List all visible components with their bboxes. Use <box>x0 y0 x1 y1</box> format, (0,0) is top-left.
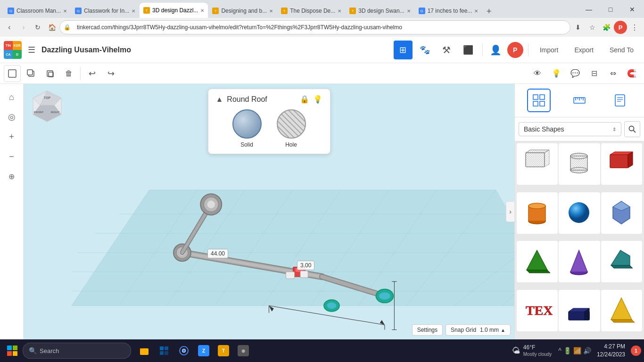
zoom-taskbar-icon[interactable]: Z <box>194 341 213 360</box>
shapes-search-button[interactable] <box>624 121 640 137</box>
send-to-button[interactable]: Send To <box>603 43 640 57</box>
panel-lock-icon[interactable]: 🔒 <box>300 95 309 104</box>
bookmark-button[interactable]: ☆ <box>586 21 599 34</box>
user-avatar[interactable]: P <box>507 42 523 58</box>
import-button[interactable]: Import <box>533 43 565 57</box>
svg-rect-64 <box>540 101 545 106</box>
tab-close-1[interactable]: ✕ <box>63 8 67 14</box>
browser-tab-4[interactable]: T Designing and b... ✕ <box>208 4 277 18</box>
volume-icon[interactable]: 🔊 <box>583 347 591 354</box>
tab-close-3[interactable]: ✕ <box>200 8 204 13</box>
copy-button[interactable] <box>23 65 40 82</box>
download-button[interactable]: ⬇ <box>571 21 585 34</box>
browser-tab-2[interactable]: G Classwork for In... ✕ <box>71 4 139 18</box>
browser-tab-3[interactable]: T 3D design Dazzl... ✕ <box>140 3 208 18</box>
panel-grid-icon-button[interactable] <box>527 89 551 112</box>
browser-tab-6[interactable]: T 3D design Swan... ✕ <box>346 4 414 18</box>
panel-collapse-icon[interactable]: ▲ <box>216 95 223 104</box>
duplicate-button[interactable] <box>41 65 58 82</box>
snap-grid-control[interactable]: Snap Grid 1.0 mm ▲ <box>446 324 511 336</box>
export-mode-button[interactable]: ⬛ <box>459 41 478 59</box>
clock-widget[interactable]: 4:27 PM 12/24/2023 <box>595 343 627 359</box>
add-person-button[interactable]: 👤 <box>487 41 504 58</box>
minimize-button[interactable]: — <box>578 1 600 18</box>
tab-close-5[interactable]: ✕ <box>338 8 341 14</box>
shape-item-3[interactable] <box>601 143 642 185</box>
redo-button[interactable]: ↪ <box>102 65 119 82</box>
camera-button[interactable]: 👁 <box>529 65 546 82</box>
shape-item-9[interactable] <box>601 241 642 282</box>
browser-tab-5[interactable]: T The Dispose De... ✕ <box>277 4 345 18</box>
file-explorer-icon[interactable] <box>135 341 154 360</box>
zoom-out-nav-button[interactable]: − <box>3 148 20 165</box>
panel-ruler-icon-button[interactable] <box>568 89 591 112</box>
shape-item-5[interactable] <box>559 192 600 234</box>
tinkercad-logo[interactable]: TIN KER CA D <box>4 41 22 59</box>
chrome-taskbar-icon[interactable] <box>174 341 193 360</box>
profile-button[interactable]: P <box>614 21 627 34</box>
shape-item-4[interactable] <box>517 192 558 234</box>
shape-item-7[interactable] <box>517 241 558 282</box>
tab-close-4[interactable]: ✕ <box>269 8 273 14</box>
zoom-in-nav-button[interactable]: + <box>3 128 20 145</box>
tab-close-7[interactable]: ✕ <box>474 8 478 14</box>
browser-menu-button[interactable]: ⋮ <box>628 21 641 34</box>
shape-item-8[interactable] <box>559 241 600 282</box>
wifi-icon[interactable]: 📶 <box>573 347 581 354</box>
solid-option[interactable]: Solid <box>232 109 262 148</box>
hamburger-menu-icon[interactable]: ☰ <box>25 43 39 57</box>
panel-light-icon[interactable]: 💡 <box>313 95 322 104</box>
tab-close-6[interactable]: ✕ <box>407 8 411 14</box>
refresh-button[interactable]: ↻ <box>31 21 44 34</box>
tab-close-2[interactable]: ✕ <box>132 8 135 14</box>
export-button[interactable]: Export <box>568 43 600 57</box>
mirror-button[interactable]: ⇔ <box>604 65 621 82</box>
target-nav-button[interactable]: ◎ <box>3 108 20 125</box>
close-button[interactable]: ✕ <box>621 1 643 18</box>
fit-view-nav-button[interactable]: ⊕ <box>3 168 20 185</box>
light-button[interactable]: 💡 <box>548 65 565 82</box>
forward-button[interactable]: › <box>17 21 30 34</box>
undo-button[interactable]: ↩ <box>83 65 100 82</box>
home-nav-button[interactable]: ⌂ <box>3 89 20 106</box>
shape-item-12[interactable] <box>601 290 642 331</box>
tinkercad-taskbar-icon[interactable]: T <box>214 341 233 360</box>
magnet-button[interactable]: 🧲 <box>623 65 640 82</box>
shape-item-11[interactable] <box>559 290 600 331</box>
extension-button[interactable]: 🧩 <box>600 21 613 34</box>
browser-tab-7[interactable]: G 17 inches to fee... ✕ <box>415 4 482 18</box>
shapes-dropdown-button[interactable]: Basic Shapes ⇕ <box>519 122 621 136</box>
shape-item-6[interactable] <box>601 192 642 234</box>
align-button[interactable]: ⊟ <box>586 65 603 82</box>
task-view-icon[interactable] <box>155 341 173 360</box>
panel-notes-icon-button[interactable] <box>608 89 632 112</box>
start-button[interactable] <box>3 341 22 360</box>
grid-view-button[interactable]: ⊞ <box>394 41 413 59</box>
panel-collapse-arrow[interactable]: › <box>506 201 514 222</box>
shape-item-10[interactable]: TEXT <box>517 290 558 331</box>
chevron-up-icon[interactable]: ^ <box>558 347 561 354</box>
tab-label-4: Designing and b... <box>221 8 267 14</box>
address-input[interactable]: 🔒 tinkercad.com/things/3Jprr8TW5Hy-dazzl… <box>59 20 570 34</box>
shape-item-1[interactable] <box>517 143 558 185</box>
back-button[interactable]: ‹ <box>3 21 16 34</box>
new-tab-button[interactable]: + <box>482 5 495 18</box>
comment-button[interactable]: 💬 <box>567 65 584 82</box>
collaborate-button[interactable]: 🐾 <box>415 41 434 59</box>
view-cube[interactable]: TOP FRONT RIGHT <box>28 89 66 126</box>
shape-item-2[interactable] <box>559 143 600 185</box>
hole-option[interactable]: Hole <box>277 109 306 148</box>
weather-widget[interactable]: 🌤 46°F Mostly cloudy <box>509 342 555 360</box>
tools-button[interactable]: ⚒ <box>437 41 456 59</box>
select-tool-button[interactable] <box>4 65 21 82</box>
home-button[interactable]: 🏠 <box>45 21 58 34</box>
settings-button[interactable]: Settings <box>412 324 443 336</box>
taskbar-search-bar[interactable]: 🔍 Search <box>23 343 131 359</box>
notification-badge[interactable]: 1 <box>631 346 641 356</box>
more-apps-icon[interactable]: ⊕ <box>234 341 253 360</box>
viewport-3d[interactable]: TOP FRONT RIGHT 44.00 3.00 ▲ <box>24 84 514 339</box>
battery-icon[interactable]: 🔋 <box>563 347 571 354</box>
delete-button[interactable]: 🗑 <box>60 65 77 82</box>
browser-tab-1[interactable]: G Classroom Man... ✕ <box>4 4 71 18</box>
maximize-button[interactable]: □ <box>600 1 621 18</box>
